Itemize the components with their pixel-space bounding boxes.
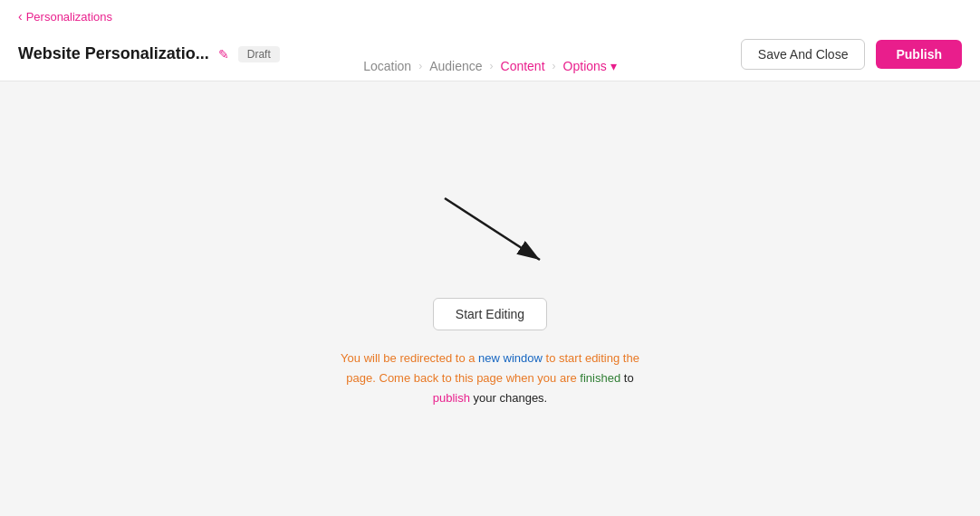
arrow-container — [399, 189, 581, 280]
step-arrow-3: › — [552, 60, 556, 72]
redirect-info-text: You will be redirected to a new window t… — [341, 349, 639, 408]
step-arrow-1: › — [418, 60, 422, 72]
step-audience[interactable]: Audience — [429, 59, 482, 73]
step-location[interactable]: Location — [363, 59, 411, 73]
edit-icon[interactable]: ✎ — [218, 47, 229, 62]
step-nav: Location › Audience › Content › Options … — [363, 59, 617, 73]
arrow-illustration — [427, 189, 572, 271]
step-arrow-2: › — [490, 60, 494, 72]
main-content: Start Editing You will be redirected to … — [0, 81, 980, 516]
page-title: Website Personalizatio... — [18, 44, 209, 63]
start-editing-button[interactable]: Start Editing — [433, 298, 547, 330]
back-arrow-icon: ‹ — [18, 9, 23, 24]
breadcrumb-label: Personalizations — [26, 10, 112, 24]
step-content[interactable]: Content — [501, 59, 545, 73]
start-editing-area: Start Editing You will be redirected to … — [341, 189, 639, 408]
save-and-close-button[interactable]: Save And Close — [741, 39, 866, 70]
back-link[interactable]: ‹ Personalizations — [18, 9, 112, 24]
draft-badge: Draft — [238, 46, 280, 62]
svg-line-1 — [445, 198, 540, 260]
publish-button[interactable]: Publish — [876, 40, 962, 69]
step-options-button[interactable]: Options ▾ — [563, 59, 617, 73]
header-actions: Save And Close Publish — [741, 39, 962, 70]
